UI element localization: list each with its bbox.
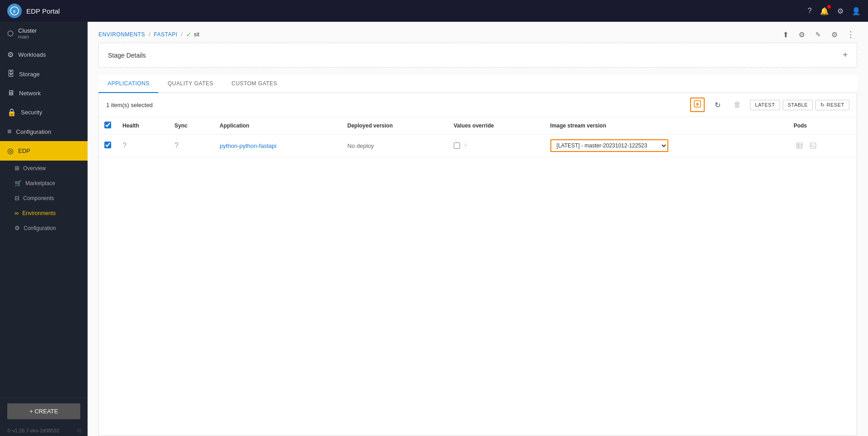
stable-button[interactable]: STABLE: [783, 100, 813, 110]
applications-table: Health Sync Application Deployed version…: [99, 117, 857, 157]
overview-sub-icon: ⊞: [15, 165, 20, 171]
status-check-icon: ✓: [186, 31, 191, 38]
breadcrumb-environments[interactable]: ENVIRONMENTS: [98, 31, 145, 38]
sidebar-network-label: Network: [19, 90, 41, 97]
sidebar-cluster-sublabel: main: [18, 34, 37, 39]
row-image-stream-cell: [LATEST] - master-20231012-122523: [545, 135, 788, 157]
help-icon[interactable]: ?: [808, 7, 812, 15]
deployed-version-text: No deploy: [348, 142, 374, 149]
sidebar-item-storage[interactable]: 🗄 Storage: [0, 64, 88, 83]
select-all-checkbox[interactable]: [104, 122, 111, 128]
sidebar-item-security[interactable]: 🔒 Security: [0, 103, 88, 122]
version-text: © v1.26.7-eks-2d98532: [7, 428, 59, 433]
breadcrumb-current: ✓ sit: [186, 31, 199, 38]
sync-question-icon: ?: [175, 142, 179, 149]
create-button[interactable]: + CREATE: [7, 403, 80, 419]
sidebar-edp-label: EDP: [18, 147, 30, 154]
svg-text:E: E: [13, 10, 16, 14]
collapse-icon[interactable]: ◁: [77, 427, 80, 433]
sidebar-workloads-label: Workloads: [18, 51, 46, 58]
sidebar-sub-marketplace[interactable]: 🛒 Marketplace: [0, 176, 88, 191]
workloads-icon: ⚙: [7, 50, 14, 59]
col-health: Health: [117, 117, 169, 135]
health-question-icon: ?: [123, 142, 127, 149]
table-row: ? ? python-python-fastapi No deploy: [99, 135, 857, 157]
tab-applications[interactable]: APPLICATIONS: [98, 75, 158, 93]
config-action-icon[interactable]: ⚙: [828, 28, 841, 41]
sidebar-config-sub-label: Configuration: [24, 225, 56, 231]
sidebar-configuration-label: Configuration: [16, 128, 51, 135]
row-values-override-cell: ⑂: [448, 135, 545, 157]
sidebar-overview-label: Overview: [23, 165, 46, 171]
topbar: E EDP Portal ? 🔔 ⚙ 👤: [0, 0, 868, 22]
settings-action-icon[interactable]: ⚙: [795, 28, 808, 41]
row-sync-cell: ?: [169, 135, 214, 157]
values-override-checkbox[interactable]: [454, 142, 460, 149]
breadcrumb-fastapi[interactable]: FASTAPI: [154, 31, 177, 38]
pod-terminal-icon[interactable]: [807, 140, 819, 152]
stage-details-card: Stage Details +: [98, 43, 857, 68]
deploy-button[interactable]: [690, 98, 705, 112]
configuration-sub-icon: ⚙: [15, 225, 20, 231]
svg-rect-4: [797, 143, 802, 148]
user-icon[interactable]: 👤: [852, 7, 861, 15]
breadcrumb-sep2: /: [181, 31, 182, 38]
row-deployed-version-cell: No deploy: [342, 135, 448, 157]
marketplace-sub-icon: 🛒: [15, 180, 22, 186]
row-pods-cell: [788, 135, 857, 157]
delete-button[interactable]: 🗑: [730, 98, 745, 112]
row-checkbox-cell: [99, 135, 117, 157]
sidebar-item-network[interactable]: 🖥 Network: [0, 83, 88, 103]
latest-button[interactable]: LATEST: [750, 100, 780, 110]
row-checkbox[interactable]: [104, 142, 111, 148]
edit-action-icon[interactable]: ✎: [812, 28, 824, 41]
sidebar-sub-overview[interactable]: ⊞ Overview: [0, 161, 88, 176]
sidebar-cluster-label: Cluster: [18, 27, 37, 34]
network-icon: 🖥: [7, 89, 15, 97]
environments-sub-icon: ∞: [15, 210, 19, 216]
version-bar: © v1.26.7-eks-2d98532 ◁: [0, 425, 88, 436]
sidebar: ⬡ Cluster main ⚙ Workloads 🗄 Storage 🖥 N…: [0, 22, 88, 436]
topbar-left: E EDP Portal: [7, 4, 60, 18]
sidebar-item-configuration[interactable]: ≡ Configuration: [0, 122, 88, 141]
cluster-icon: ⬡: [7, 29, 14, 38]
components-sub-icon: ⊟: [15, 195, 20, 201]
applications-table-container: 1 item(s) selected ↻ 🗑: [98, 93, 857, 436]
col-checkbox: [99, 117, 117, 135]
sidebar-sub-components[interactable]: ⊟ Components: [0, 191, 88, 206]
sidebar-storage-label: Storage: [19, 71, 40, 78]
stage-add-icon[interactable]: +: [843, 50, 848, 60]
col-values-override: Values override: [448, 117, 545, 135]
tab-custom-gates[interactable]: CUSTOM GATES: [222, 75, 286, 93]
sidebar-item-edp[interactable]: ◎ EDP: [0, 141, 88, 161]
row-application-cell: python-python-fastapi: [214, 135, 342, 157]
reset-button[interactable]: ↻ RESET: [815, 100, 849, 110]
pod-list-icon[interactable]: [794, 140, 805, 152]
fork-icon: ⑂: [464, 142, 467, 149]
upload-action-icon[interactable]: ⬆: [779, 28, 792, 41]
sidebar-sub-configuration[interactable]: ⚙ Configuration: [0, 220, 88, 235]
security-icon: 🔒: [7, 108, 16, 117]
refresh-button[interactable]: ↻: [710, 98, 725, 112]
breadcrumb-sit-label: sit: [194, 31, 199, 38]
sidebar-marketplace-label: Marketplace: [25, 180, 55, 186]
tabs-bar: APPLICATIONS QUALITY GATES CUSTOM GATES: [98, 75, 857, 93]
row-health-cell: ?: [117, 135, 169, 157]
tab-quality-gates[interactable]: QUALITY GATES: [158, 75, 222, 93]
settings-icon[interactable]: ⚙: [837, 7, 843, 15]
more-action-icon[interactable]: ⋮: [844, 28, 857, 41]
image-stream-select[interactable]: [LATEST] - master-20231012-122523: [550, 139, 668, 152]
sidebar-item-cluster[interactable]: ⬡ Cluster main: [0, 22, 88, 45]
reset-icon: ↻: [820, 102, 825, 108]
col-sync: Sync: [169, 117, 214, 135]
sidebar-sub-environments[interactable]: ∞ Environments: [0, 206, 88, 220]
sidebar-item-workloads[interactable]: ⚙ Workloads: [0, 45, 88, 64]
notifications-icon[interactable]: 🔔: [820, 7, 829, 15]
breadcrumb: ENVIRONMENTS / FASTAPI / ✓ sit: [98, 31, 199, 38]
application-link[interactable]: python-python-fastapi: [220, 142, 276, 149]
topbar-right: ? 🔔 ⚙ 👤: [808, 7, 861, 15]
refresh-icon: ↻: [715, 101, 721, 109]
app-title: EDP Portal: [26, 7, 60, 15]
header-actions: ⬆ ⚙ ✎ ⚙ ⋮: [779, 28, 857, 41]
col-image-stream-version: Image stream version: [545, 117, 788, 135]
